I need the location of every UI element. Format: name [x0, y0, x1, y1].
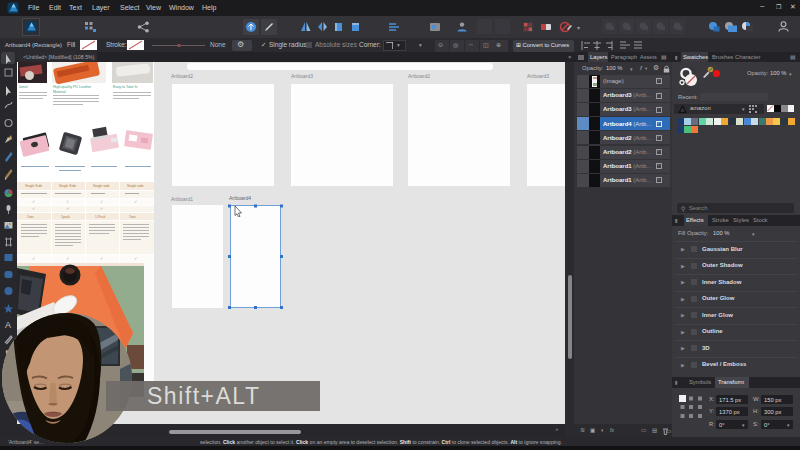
svg-text:A: A — [5, 320, 11, 330]
